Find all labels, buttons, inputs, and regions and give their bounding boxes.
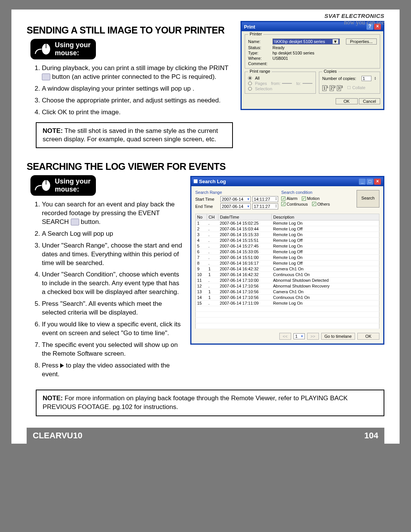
note-box: NOTE: The still shot is saved in the sam…: [36, 122, 233, 148]
status-value: Ready: [272, 45, 285, 50]
note-text: The still shot is saved in the same styl…: [43, 127, 218, 143]
prev-page-button[interactable]: <<: [279, 333, 291, 340]
brand-name: SVAT ELECTRONICS: [325, 13, 384, 19]
range-group-title: Print range: [248, 69, 272, 73]
table-row: [196, 306, 379, 312]
brand-tagline: now you can see: [325, 19, 384, 26]
table-row[interactable]: 1012007-06-14 16:42:32Continuous Ch1 On: [196, 272, 379, 277]
mouse-badge-text: Using yourmouse:: [55, 177, 91, 193]
collate-diagram: 11 22 33: [322, 85, 343, 90]
list-item: A Search Log will pop up: [42, 230, 184, 238]
collate-label: Collate: [352, 85, 365, 90]
ok-button[interactable]: OK: [336, 98, 358, 104]
col-ch: CH: [207, 214, 218, 220]
list-item: During playback, you can print a still i…: [42, 64, 233, 81]
continuous-checkbox[interactable]: ✓Continuous: [281, 202, 308, 206]
type-label: Type:: [248, 51, 271, 55]
list-item: You can search for an event and play bac…: [42, 200, 184, 227]
table-row[interactable]: 12.2007-06-14 17:10:56Abnormal Shutdown …: [196, 283, 379, 289]
start-label: Start Time: [195, 197, 219, 201]
page-footer: CLEARVU10 104: [27, 428, 384, 444]
goto-timeline-button[interactable]: Go to timelane: [321, 333, 355, 340]
table-row[interactable]: 7.2007-06-14 15:51:00Remote Log On: [196, 254, 379, 260]
properties-button[interactable]: Properties...: [346, 38, 377, 45]
start-time-picker[interactable]: 14:11:27▴▾: [252, 196, 278, 202]
table-row[interactable]: 2.2007-06-14 15:03:44Remote Log Off: [196, 226, 379, 232]
list-item: A window displaying your printer setting…: [42, 85, 233, 93]
selection-label: Selection: [255, 86, 272, 91]
play-icon: [60, 363, 64, 368]
table-row[interactable]: 912007-06-14 16:42:32Camera Ch1 On: [196, 266, 379, 272]
spinner-icon[interactable]: ▲▼: [374, 77, 376, 80]
motion-checkbox[interactable]: ✓Motion: [302, 196, 320, 201]
cancel-button[interactable]: Cancel: [359, 98, 380, 104]
table-row[interactable]: 8.2007-06-14 16:16:17Remote Log Off: [196, 260, 379, 266]
ok-button[interactable]: OK: [357, 333, 379, 340]
radio-pages: [248, 81, 252, 85]
end-date-picker[interactable]: 2007-06-14▾: [220, 203, 251, 209]
note-label: NOTE:: [43, 127, 63, 134]
section2-steps: You can search for an event and play bac…: [42, 200, 184, 379]
close-icon[interactable]: ×: [374, 179, 381, 185]
radio-all[interactable]: [248, 76, 252, 80]
section1-heading: SENDING A STILL IMAGE TO YOUR PRINTER: [27, 25, 233, 36]
pages-label: Pages: [255, 81, 267, 86]
list-item: The specific event you selected will sho…: [42, 341, 184, 358]
from-input: [282, 83, 292, 84]
search-button[interactable]: Search: [357, 190, 379, 208]
numcopies-input[interactable]: 1: [362, 76, 371, 81]
list-item: Under "Search Condition", choose which e…: [42, 270, 184, 297]
results-table: No CH Date/Time Description 1.2007-06-14…: [195, 214, 379, 329]
note-box: NOTE: For more information on playing ba…: [36, 390, 384, 416]
col-description: Description: [272, 214, 379, 220]
maximize-icon[interactable]: □: [366, 179, 373, 185]
minimize-icon[interactable]: _: [359, 179, 366, 185]
table-row[interactable]: 1312007-06-14 17:10:56Camera Ch1 On: [196, 289, 379, 294]
window-icon: [194, 179, 198, 183]
print-title-text: Print: [244, 24, 255, 30]
list-item: If you would like to view a specific eve…: [42, 320, 184, 338]
search-title-text: Search Log: [199, 179, 226, 184]
print-icon: [42, 73, 50, 80]
where-label: Where:: [248, 56, 271, 61]
list-item: Click OK to print the image.: [42, 108, 233, 117]
printer-name-select[interactable]: \\KK\hp deskjet 5100 series▼: [272, 38, 340, 45]
footer-model: CLEARVU10: [33, 431, 82, 441]
comment-label: Comment:: [248, 61, 271, 66]
copies-group-title: Copies: [322, 69, 338, 73]
list-item: Press to play the video associated with …: [42, 361, 184, 379]
col-datetime: Date/Time: [218, 214, 272, 220]
print-dialog: Print ? × Printer Name: \\KK\hp deskjet …: [241, 21, 384, 110]
col-no: No: [196, 214, 207, 220]
brand-block: SVAT ELECTRONICS now you can see: [325, 13, 384, 26]
table-row[interactable]: 1.2007-06-14 15:02:25Remote Log On: [196, 220, 379, 226]
type-value: hp deskjet 5100 series: [272, 51, 314, 55]
table-row[interactable]: 1412007-06-14 17:10:56Continuous Ch1 On: [196, 294, 379, 300]
printer-group-title: Printer: [248, 32, 263, 36]
footer-page: 104: [364, 431, 378, 441]
table-row[interactable]: 15.2007-06-14 17:11:09Remote Log On: [196, 300, 379, 306]
section1-steps: During playback, you can print a still i…: [42, 64, 233, 117]
page-select[interactable]: 1▾: [293, 333, 305, 339]
table-row[interactable]: 4.2007-06-14 15:15:51Remote Log Off: [196, 237, 379, 243]
list-item: Under "Search Range", choose the start a…: [42, 241, 184, 268]
table-row[interactable]: 6.2007-06-14 15:33:05Remote Log Off: [196, 249, 379, 254]
start-date-picker[interactable]: 2007-06-14▾: [220, 196, 251, 202]
table-row[interactable]: 5.2007-06-14 15:27:45Remote Log On: [196, 243, 379, 249]
end-time-picker[interactable]: 17:11:27▴▾: [252, 203, 278, 209]
table-row[interactable]: 3.2007-06-14 15:15:33Remote Log On: [196, 232, 379, 237]
note-label: NOTE:: [43, 395, 63, 402]
radio-selection: [248, 87, 252, 91]
next-page-button[interactable]: >>: [307, 333, 319, 340]
search-titlebar: Search Log _ □ ×: [191, 177, 383, 186]
others-checkbox[interactable]: ✓Others: [312, 202, 330, 206]
all-label: All: [255, 76, 260, 80]
mouse-badge: Using yourmouse:: [30, 175, 96, 196]
mouse-badge: Using yourmouse:: [30, 39, 96, 59]
from-label: from:: [271, 81, 280, 86]
alarm-checkbox[interactable]: ✓Alarm: [281, 196, 298, 201]
section2-heading: SEARCHING THE LOG VIEWER FOR EVENTS: [27, 161, 384, 172]
table-row[interactable]: 11.2007-06-14 17:10:00Abnormal Shutdown …: [196, 277, 379, 283]
name-label: Name:: [248, 39, 271, 44]
list-item: Press "Search". All events which meet th…: [42, 300, 184, 317]
